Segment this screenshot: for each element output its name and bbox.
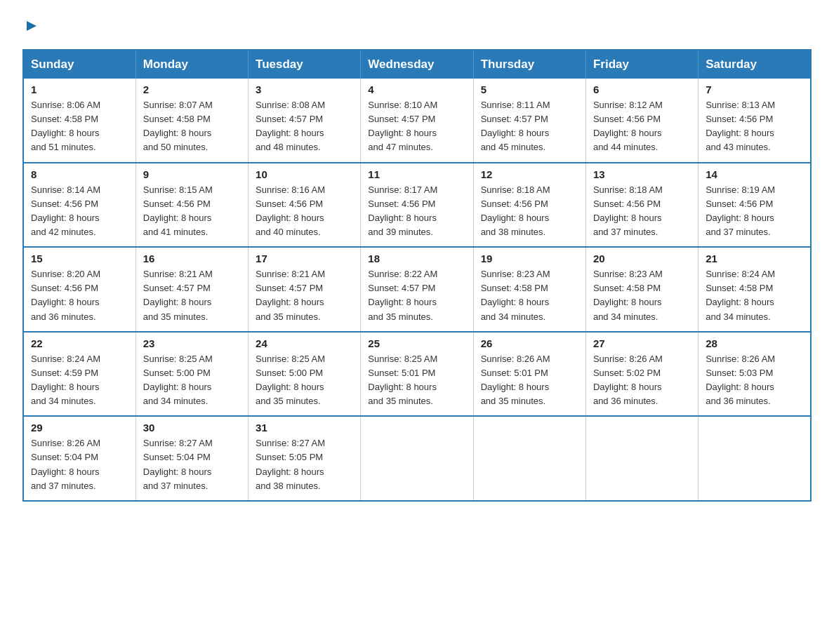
- day-info: Sunrise: 8:13 AMSunset: 4:56 PMDaylight:…: [706, 100, 775, 152]
- day-info: Sunrise: 8:26 AMSunset: 5:04 PMDaylight:…: [31, 438, 100, 490]
- day-number: 6: [593, 83, 691, 95]
- day-info: Sunrise: 8:10 AMSunset: 4:57 PMDaylight:…: [368, 100, 437, 152]
- table-row: 3Sunrise: 8:08 AMSunset: 4:57 PMDaylight…: [249, 79, 361, 163]
- table-row: 2Sunrise: 8:07 AMSunset: 4:58 PMDaylight…: [135, 79, 248, 163]
- table-row: [361, 416, 473, 501]
- table-row: 9Sunrise: 8:15 AMSunset: 4:56 PMDaylight…: [135, 163, 248, 248]
- day-info: Sunrise: 8:27 AMSunset: 5:05 PMDaylight:…: [256, 438, 325, 490]
- table-row: 25Sunrise: 8:25 AMSunset: 5:01 PMDayligh…: [361, 332, 473, 417]
- day-info: Sunrise: 8:18 AMSunset: 4:56 PMDaylight:…: [593, 185, 663, 237]
- day-info: Sunrise: 8:22 AMSunset: 4:57 PMDaylight:…: [368, 269, 437, 321]
- day-number: 26: [481, 337, 578, 349]
- table-row: 21Sunrise: 8:24 AMSunset: 4:58 PMDayligh…: [699, 247, 811, 332]
- day-info: Sunrise: 8:21 AMSunset: 4:57 PMDaylight:…: [256, 269, 325, 321]
- day-info: Sunrise: 8:26 AMSunset: 5:01 PMDaylight:…: [481, 354, 550, 406]
- col-tuesday: Tuesday: [249, 50, 361, 79]
- day-number: 15: [31, 253, 128, 264]
- day-number: 20: [593, 253, 691, 264]
- calendar-table: Sunday Monday Tuesday Wednesday Thursday…: [22, 49, 812, 502]
- table-row: 10Sunrise: 8:16 AMSunset: 4:56 PMDayligh…: [249, 163, 361, 248]
- day-number: 25: [368, 337, 465, 349]
- day-number: 3: [256, 83, 353, 95]
- day-info: Sunrise: 8:26 AMSunset: 5:03 PMDaylight:…: [706, 354, 775, 406]
- table-row: 18Sunrise: 8:22 AMSunset: 4:57 PMDayligh…: [361, 247, 473, 332]
- col-monday: Monday: [135, 50, 248, 79]
- table-row: 5Sunrise: 8:11 AMSunset: 4:57 PMDaylight…: [473, 79, 585, 163]
- table-row: 13Sunrise: 8:18 AMSunset: 4:56 PMDayligh…: [585, 163, 698, 248]
- day-info: Sunrise: 8:06 AMSunset: 4:58 PMDaylight:…: [31, 100, 100, 152]
- day-number: 10: [256, 168, 353, 180]
- calendar-week-row: 29Sunrise: 8:26 AMSunset: 5:04 PMDayligh…: [23, 416, 811, 501]
- col-wednesday: Wednesday: [361, 50, 473, 79]
- table-row: 26Sunrise: 8:26 AMSunset: 5:01 PMDayligh…: [473, 332, 585, 417]
- table-row: 30Sunrise: 8:27 AMSunset: 5:04 PMDayligh…: [135, 416, 248, 501]
- table-row: 28Sunrise: 8:26 AMSunset: 5:03 PMDayligh…: [699, 332, 811, 417]
- table-row: 4Sunrise: 8:10 AMSunset: 4:57 PMDaylight…: [361, 79, 473, 163]
- day-info: Sunrise: 8:24 AMSunset: 4:59 PMDaylight:…: [31, 354, 100, 406]
- day-number: 17: [256, 253, 353, 264]
- day-number: 11: [368, 168, 465, 180]
- day-info: Sunrise: 8:23 AMSunset: 4:58 PMDaylight:…: [481, 269, 550, 321]
- table-row: 22Sunrise: 8:24 AMSunset: 4:59 PMDayligh…: [23, 332, 135, 417]
- day-number: 31: [256, 422, 353, 434]
- day-info: Sunrise: 8:18 AMSunset: 4:56 PMDaylight:…: [481, 185, 550, 237]
- day-info: Sunrise: 8:21 AMSunset: 4:57 PMDaylight:…: [143, 269, 213, 321]
- day-number: 21: [706, 253, 803, 264]
- day-info: Sunrise: 8:25 AMSunset: 5:00 PMDaylight:…: [256, 354, 325, 406]
- calendar-week-row: 1Sunrise: 8:06 AMSunset: 4:58 PMDaylight…: [23, 79, 811, 163]
- table-row: 20Sunrise: 8:23 AMSunset: 4:58 PMDayligh…: [585, 247, 698, 332]
- calendar-week-row: 22Sunrise: 8:24 AMSunset: 4:59 PMDayligh…: [23, 332, 811, 417]
- day-number: 16: [143, 253, 241, 264]
- day-number: 24: [256, 337, 353, 349]
- day-info: Sunrise: 8:08 AMSunset: 4:57 PMDaylight:…: [256, 100, 325, 152]
- day-number: 2: [143, 83, 241, 95]
- table-row: 23Sunrise: 8:25 AMSunset: 5:00 PMDayligh…: [135, 332, 248, 417]
- day-info: Sunrise: 8:26 AMSunset: 5:02 PMDaylight:…: [593, 354, 663, 406]
- day-number: 7: [706, 83, 803, 95]
- day-number: 22: [31, 337, 128, 349]
- day-info: Sunrise: 8:25 AMSunset: 5:00 PMDaylight:…: [143, 354, 213, 406]
- day-number: 29: [31, 422, 128, 434]
- table-row: 27Sunrise: 8:26 AMSunset: 5:02 PMDayligh…: [585, 332, 698, 417]
- col-saturday: Saturday: [699, 50, 811, 79]
- table-row: 14Sunrise: 8:19 AMSunset: 4:56 PMDayligh…: [699, 163, 811, 248]
- day-info: Sunrise: 8:27 AMSunset: 5:04 PMDaylight:…: [143, 438, 213, 490]
- day-info: Sunrise: 8:07 AMSunset: 4:58 PMDaylight:…: [143, 100, 213, 152]
- table-row: 17Sunrise: 8:21 AMSunset: 4:57 PMDayligh…: [249, 247, 361, 332]
- table-row: 19Sunrise: 8:23 AMSunset: 4:58 PMDayligh…: [473, 247, 585, 332]
- day-info: Sunrise: 8:24 AMSunset: 4:58 PMDaylight:…: [706, 269, 775, 321]
- table-row: 16Sunrise: 8:21 AMSunset: 4:57 PMDayligh…: [135, 247, 248, 332]
- col-sunday: Sunday: [23, 50, 135, 79]
- table-row: 31Sunrise: 8:27 AMSunset: 5:05 PMDayligh…: [249, 416, 361, 501]
- day-info: Sunrise: 8:17 AMSunset: 4:56 PMDaylight:…: [368, 185, 437, 237]
- table-row: [699, 416, 811, 501]
- page-header: [22, 17, 812, 36]
- day-number: 13: [593, 168, 691, 180]
- day-number: 14: [706, 168, 803, 180]
- table-row: [585, 416, 698, 501]
- day-info: Sunrise: 8:23 AMSunset: 4:58 PMDaylight:…: [593, 269, 663, 321]
- table-row: [473, 416, 585, 501]
- table-row: 15Sunrise: 8:20 AMSunset: 4:56 PMDayligh…: [23, 247, 135, 332]
- table-row: 8Sunrise: 8:14 AMSunset: 4:56 PMDaylight…: [23, 163, 135, 248]
- logo-arrow-icon: [24, 18, 39, 36]
- col-thursday: Thursday: [473, 50, 585, 79]
- day-number: 8: [31, 168, 128, 180]
- day-info: Sunrise: 8:14 AMSunset: 4:56 PMDaylight:…: [31, 185, 100, 237]
- day-number: 4: [368, 83, 465, 95]
- day-number: 1: [31, 83, 128, 95]
- table-row: 24Sunrise: 8:25 AMSunset: 5:00 PMDayligh…: [249, 332, 361, 417]
- table-row: 7Sunrise: 8:13 AMSunset: 4:56 PMDaylight…: [699, 79, 811, 163]
- table-row: 6Sunrise: 8:12 AMSunset: 4:56 PMDaylight…: [585, 79, 698, 163]
- day-number: 30: [143, 422, 241, 434]
- day-info: Sunrise: 8:15 AMSunset: 4:56 PMDaylight:…: [143, 185, 213, 237]
- table-row: 11Sunrise: 8:17 AMSunset: 4:56 PMDayligh…: [361, 163, 473, 248]
- day-number: 18: [368, 253, 465, 264]
- calendar-week-row: 8Sunrise: 8:14 AMSunset: 4:56 PMDaylight…: [23, 163, 811, 248]
- day-info: Sunrise: 8:20 AMSunset: 4:56 PMDaylight:…: [31, 269, 100, 321]
- day-info: Sunrise: 8:16 AMSunset: 4:56 PMDaylight:…: [256, 185, 325, 237]
- svg-marker-0: [27, 21, 37, 31]
- col-friday: Friday: [585, 50, 698, 79]
- day-number: 19: [481, 253, 578, 264]
- day-number: 5: [481, 83, 578, 95]
